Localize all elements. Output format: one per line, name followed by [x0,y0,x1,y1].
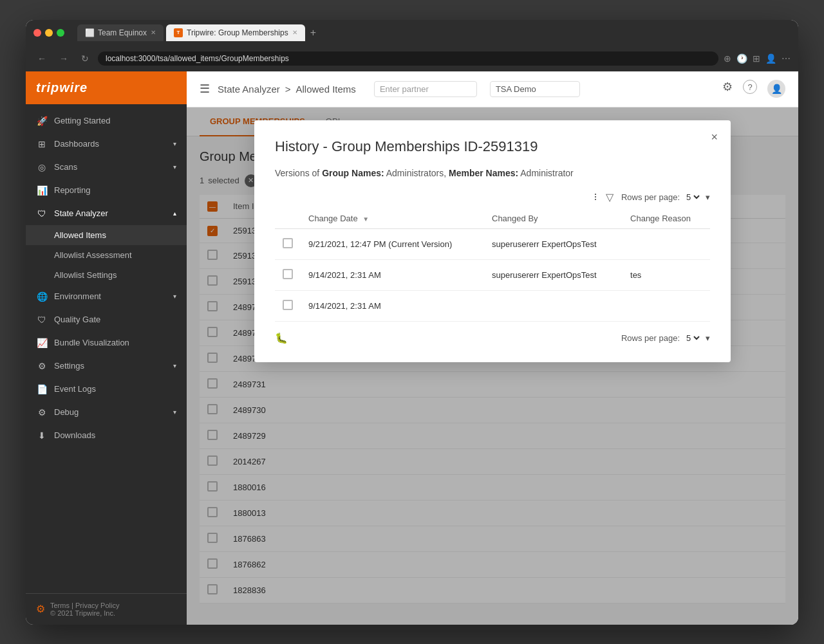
modal-row-change-date: 9/21/2021, 12:47 PM (Current Version) [301,228,484,259]
browser-tab-2[interactable]: T Tripwire: Group Memberships ✕ [166,24,305,41]
sidebar-item-state-analyzer[interactable]: 🛡 State Analyzer ▴ [26,202,187,225]
forward-button[interactable]: → [55,51,72,66]
sidebar-sublabel-allowlist-assessment: Allowlist Assessment [54,250,132,260]
browser-tab-1[interactable]: ⬜ Team Equinox ✕ [77,24,164,41]
rows-per-page-label-top: Rows per page: [621,192,680,202]
modal-row-change-reason: tes [623,259,710,290]
sidebar-item-bundle-visualization[interactable]: 📈 Bundle Visualization [26,331,187,354]
address-bar[interactable] [98,51,718,66]
columns-icon[interactable]: ⫶ [593,191,598,203]
modal-title: History - Group Memberships ID-2591319 [275,138,710,155]
debug-icon: ⚙ [36,407,48,418]
modal-overlay: × History - Group Memberships ID-2591319… [187,107,798,625]
modal-row-checkbox-col [275,290,301,321]
cast-icon[interactable]: ⊕ [724,53,731,64]
rows-per-page-bottom: Rows per page: 5 ▾ [621,333,710,344]
rocket-icon: 🚀 [36,116,48,126]
tab-2-close[interactable]: ✕ [292,29,297,36]
environment-chevron: ▾ [173,293,176,300]
sidebar-subitem-allowlist-settings[interactable]: Allowlist Settings [26,265,187,285]
sidebar-item-quality-gate[interactable]: 🛡 Quality Gate [26,308,187,331]
back-button[interactable]: ← [33,51,50,66]
sidebar-item-downloads[interactable]: ⬇ Downloads [26,424,187,447]
sidebar-label-environment: Environment [54,291,101,301]
app-header: ☰ State Analyzer > Allowed Items Enter p… [187,71,798,107]
sidebar-label-settings: Settings [54,361,84,371]
profile-icon[interactable]: 👤 [765,53,776,64]
modal-subtitle-field1-value: Administrators, [386,168,446,178]
rows-per-page-select-bottom[interactable]: 5 [684,333,702,344]
minimize-traffic-light[interactable] [45,29,53,37]
traffic-lights [33,29,64,37]
rows-per-page-select-top[interactable]: 5 [684,192,702,203]
sidebar-label-dashboards: Dashboards [54,139,99,149]
modal-row-checkbox[interactable] [283,238,293,248]
footer-links: Terms | Privacy Policy © 2021 Tripwire, … [50,602,119,617]
state-analyzer-icon: 🛡 [36,208,48,219]
modal-row-changed-by: superusererr ExpertOpsTest [484,228,623,259]
privacy-link[interactable]: Privacy Policy [75,602,119,609]
sidebar-item-scans[interactable]: ◎ Scans ▾ [26,156,187,179]
sidebar-logo: tripwire [26,71,187,104]
tab-2-favicon: T [174,28,183,37]
breadcrumb-current: Allowed Items [296,84,356,95]
modal-row-change-reason [623,290,710,321]
modal-subtitle: Versions of Group Names: Administrators,… [275,168,710,178]
terms-link[interactable]: Terms [50,602,70,609]
close-traffic-light[interactable] [33,29,41,37]
modal-header-change-date[interactable]: Change Date ▼ [301,208,484,229]
maximize-traffic-light[interactable] [57,29,64,37]
sidebar-subitem-allowed-items[interactable]: Allowed Items [26,225,187,245]
modal-row-checkbox-col [275,259,301,290]
modal-header-row: Change Date ▼ Changed By Change Reason [275,208,710,229]
modal-subtitle-prefix: Versions of [275,168,322,178]
event-logs-icon: 📄 [36,384,48,394]
hamburger-menu[interactable]: ☰ [200,82,210,96]
sidebar-item-settings[interactable]: ⚙ Settings ▾ [26,354,187,378]
sidebar-item-environment[interactable]: 🌐 Environment ▾ [26,285,187,308]
modal-close-button[interactable]: × [711,131,718,144]
partner-select[interactable]: Enter partner [374,81,477,97]
breadcrumb: State Analyzer > Allowed Items [218,84,356,95]
debug-export-icon[interactable]: 🐛 [275,332,288,344]
sidebar-subitem-allowlist-assessment[interactable]: Allowlist Assessment [26,245,187,265]
modal-subtitle-field1-label: Group Names: [322,168,384,178]
sidebar-item-getting-started[interactable]: 🚀 Getting Started [26,109,187,133]
breadcrumb-root: State Analyzer [218,84,280,95]
header-settings-icon[interactable]: ⚙ [722,80,733,98]
browser-addressbar: ← → ↻ ⊕ 🕐 ⊞ 👤 ⋯ [26,46,798,71]
sidebar-label-downloads: Downloads [54,430,95,440]
menu-icon[interactable]: ⋯ [782,53,791,64]
new-tab-button[interactable]: + [310,27,316,39]
history-icon[interactable]: 🕐 [736,53,747,64]
rows-chevron-bottom: ▾ [706,333,710,343]
extensions-icon[interactable]: ⊞ [753,53,760,64]
header-user-icon[interactable]: 👤 [767,80,785,98]
modal-sort-icon: ▼ [362,216,369,223]
history-modal: × History - Group Memberships ID-2591319… [254,120,731,362]
header-icons: ⚙ ? 👤 [722,80,785,98]
refresh-button[interactable]: ↻ [77,51,93,66]
addressbar-actions: ⊕ 🕐 ⊞ 👤 ⋯ [724,53,791,64]
breadcrumb-separator: > [285,84,291,95]
tab-1-title: Team Equinox [98,28,147,37]
sidebar-item-dashboards[interactable]: ⊞ Dashboards ▾ [26,133,187,156]
dashboards-icon: ⊞ [36,139,48,149]
modal-row-checkbox[interactable] [283,300,293,310]
header-help-icon[interactable]: ? [743,80,757,94]
rows-chevron-top: ▾ [706,192,710,202]
sidebar-item-event-logs[interactable]: 📄 Event Logs [26,378,187,401]
tab-1-favicon: ⬜ [85,28,94,37]
sidebar-item-debug[interactable]: ⚙ Debug ▾ [26,401,187,424]
modal-row-checkbox-col [275,228,301,259]
tab-1-close[interactable]: ✕ [151,29,156,36]
modal-row-checkbox[interactable] [283,269,293,279]
tsa-demo-select[interactable]: TSA Demo [490,81,580,97]
filter-icon[interactable]: ▽ [606,191,613,203]
modal-row-change-reason [623,228,710,259]
sidebar-item-reporting[interactable]: 📊 Reporting [26,179,187,202]
footer-gear-icon: ⚙ [36,603,45,615]
quality-gate-icon: 🛡 [36,315,48,325]
sidebar-label-state-analyzer: State Analyzer [54,208,108,218]
downloads-icon: ⬇ [36,430,48,441]
